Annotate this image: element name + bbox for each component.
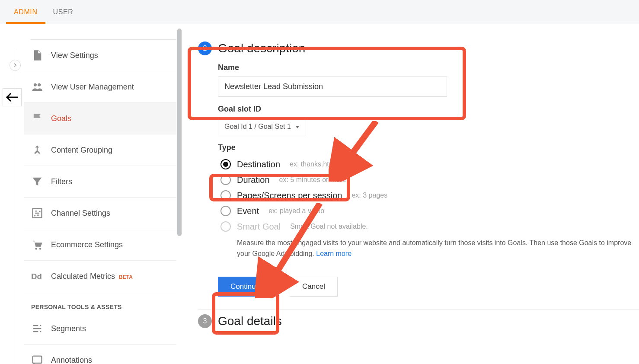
label: Goals (51, 114, 71, 123)
document-icon (31, 49, 43, 61)
content-grouping-icon (31, 144, 43, 156)
users-icon (31, 81, 43, 93)
goal-type-event[interactable]: Event ex: played a video (220, 203, 639, 219)
radio-label: Event (237, 206, 259, 216)
cancel-button[interactable]: Cancel (290, 277, 338, 297)
goal-name-input[interactable] (218, 77, 447, 97)
sidebar-item-annotations[interactable]: Annotations (24, 345, 176, 364)
svg-point-1 (38, 83, 41, 86)
svg-point-0 (34, 83, 37, 86)
back-button[interactable] (3, 88, 22, 106)
channel-settings-icon (31, 207, 43, 219)
breadcrumb-disc[interactable] (10, 60, 21, 71)
step-3-indicator: 3 (198, 314, 212, 328)
back-arrow-icon (6, 93, 18, 102)
step-2-indicator: 2 (198, 42, 212, 55)
label: View User Management (51, 83, 134, 92)
goal-details-heading: Goal details (218, 314, 282, 328)
sidebar-item-view-settings[interactable]: View Settings (24, 40, 176, 71)
smart-goal-description: Measure the most engaged visits to your … (237, 238, 639, 259)
flag-icon (31, 112, 43, 125)
beta-badge: BETA (119, 274, 133, 280)
radio-label: Smart Goal (237, 222, 281, 232)
sidebar-scrollbar[interactable] (177, 29, 182, 236)
radio-hint: ex: 5 minutes or more (279, 176, 346, 184)
svg-rect-6 (33, 356, 42, 363)
left-gutter (0, 24, 24, 364)
radio-hint: ex: 3 pages (351, 192, 387, 199)
smart-goal-blurb: Measure the most engaged visits to your … (237, 239, 631, 257)
continue-button[interactable]: Continue (218, 277, 272, 297)
learn-more-link[interactable]: Learn more (316, 250, 351, 257)
label: Calculated Metrics (51, 272, 115, 281)
svg-text:Dd: Dd (31, 272, 42, 281)
goal-type-smart: Smart Goal Smart Goal not available. (220, 219, 639, 234)
sidebar-item-content-grouping[interactable]: Content Grouping (24, 134, 176, 166)
view-title (30, 29, 176, 40)
radio-hint: Smart Goal not available. (290, 223, 368, 230)
svg-point-3 (35, 248, 37, 250)
calculated-metrics-icon: Dd (31, 270, 43, 282)
main-panel: 2 Goal description Name Goal slot ID Goa… (176, 24, 639, 364)
name-label: Name (218, 63, 639, 72)
radio-label: Duration (237, 175, 270, 185)
label: View Settings (51, 51, 98, 60)
top-tabs: ADMIN USER (0, 0, 639, 24)
goal-description-step: 2 Goal description Name Goal slot ID Goa… (198, 42, 639, 310)
radio-hint: ex: thanks.html (290, 160, 336, 168)
radio-icon (220, 175, 231, 185)
tab-admin[interactable]: ADMIN (6, 0, 45, 24)
radio-icon (220, 190, 231, 201)
radio-hint: ex: played a video (268, 207, 324, 215)
sidebar-item-filters[interactable]: Filters (24, 166, 176, 198)
type-label: Type (218, 143, 639, 152)
sidebar-item-ecommerce-settings[interactable]: Ecommerce Settings (24, 229, 176, 261)
goal-type-pages[interactable]: Pages/Screens per session ex: 3 pages (220, 188, 639, 203)
goal-description-heading: Goal description (218, 42, 305, 55)
sidebar-item-segments[interactable]: Segments (24, 313, 176, 345)
goal-slot-value: Goal Id 1 / Goal Set 1 (224, 123, 291, 131)
sidebar-item-user-management[interactable]: View User Management (24, 71, 176, 103)
radio-icon (220, 221, 231, 232)
filter-icon (31, 176, 43, 188)
radio-icon (220, 159, 231, 169)
label: Channel Settings (51, 209, 110, 218)
label: Ecommerce Settings (51, 240, 123, 249)
goal-type-duration[interactable]: Duration ex: 5 minutes or more (220, 172, 639, 188)
label: Filters (51, 177, 72, 186)
goal-details-step: 3 Goal details (198, 314, 639, 328)
label: Content Grouping (51, 146, 112, 155)
goal-slot-label: Goal slot ID (218, 105, 639, 114)
sidebar-item-calculated-metrics[interactable]: Dd Calculated Metrics BETA (24, 261, 176, 292)
annotations-icon (31, 354, 43, 364)
segments-icon (31, 322, 43, 335)
sidebar-item-goals[interactable]: Goals (24, 103, 176, 134)
caret-down-icon (295, 126, 300, 128)
radio-icon (220, 206, 231, 216)
goal-slot-dropdown[interactable]: Goal Id 1 / Goal Set 1 (218, 118, 306, 135)
goal-type-destination[interactable]: Destination ex: thanks.html (220, 156, 639, 172)
sidebar-item-channel-settings[interactable]: Channel Settings (24, 198, 176, 229)
label: Segments (51, 324, 86, 333)
svg-point-4 (39, 248, 42, 250)
radio-label: Destination (237, 160, 280, 169)
section-header-personal: PERSONAL TOOLS & ASSETS (31, 303, 176, 310)
label: Annotations (51, 356, 92, 364)
cart-icon (31, 239, 43, 251)
tab-user[interactable]: USER (45, 0, 81, 24)
view-sidebar: View Settings View User Management Goals… (24, 24, 176, 364)
radio-label: Pages/Screens per session (237, 191, 342, 201)
